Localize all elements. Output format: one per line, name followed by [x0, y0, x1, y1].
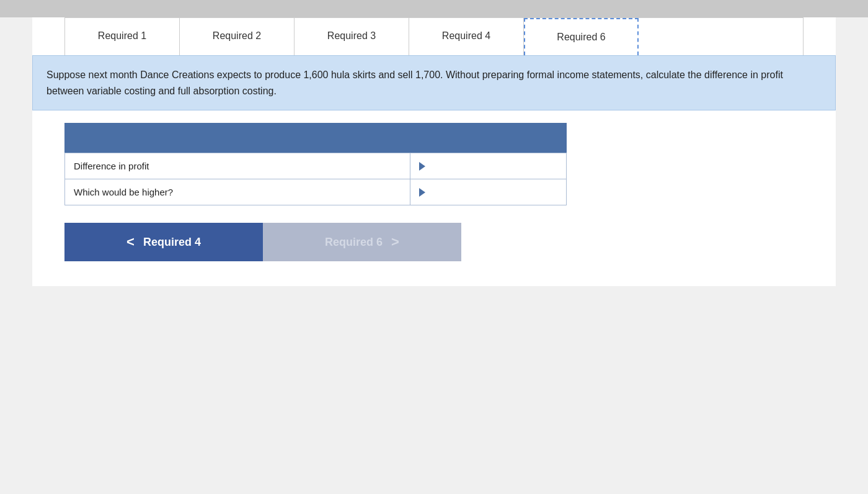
required4-button[interactable]: < Required 4	[64, 223, 263, 261]
chevron-left-icon: <	[126, 234, 135, 250]
tabs-container: Required 1 Required 2 Required 3 Require…	[64, 17, 804, 55]
tab-required6[interactable]: Required 6	[524, 18, 639, 55]
row-input-difference[interactable]	[410, 153, 567, 179]
higher-input[interactable]	[429, 186, 557, 199]
row-label-higher: Which would be higher?	[65, 179, 410, 205]
triangle-marker-2	[419, 188, 425, 197]
table-area: Difference in profit Which would be high…	[64, 123, 567, 205]
row-input-higher[interactable]	[410, 179, 567, 205]
difference-input[interactable]	[429, 159, 557, 173]
description-box: Suppose next month Dance Creations expec…	[32, 55, 836, 110]
tab-required3[interactable]: Required 3	[294, 18, 409, 55]
chevron-right-icon: >	[391, 234, 399, 250]
row-label-difference: Difference in profit	[65, 153, 410, 179]
tab-required1[interactable]: Required 1	[65, 18, 180, 55]
top-bar	[0, 0, 868, 17]
triangle-marker-1	[419, 162, 425, 171]
data-table: Difference in profit Which would be high…	[64, 153, 567, 205]
buttons-container: < Required 4 Required 6 >	[64, 223, 836, 261]
tab-required2[interactable]: Required 2	[180, 18, 294, 55]
table-header	[64, 123, 567, 153]
tab-required4[interactable]: Required 4	[409, 18, 524, 55]
table-row: Which would be higher?	[65, 179, 567, 205]
required6-button: Required 6 >	[263, 223, 461, 261]
table-row: Difference in profit	[65, 153, 567, 179]
